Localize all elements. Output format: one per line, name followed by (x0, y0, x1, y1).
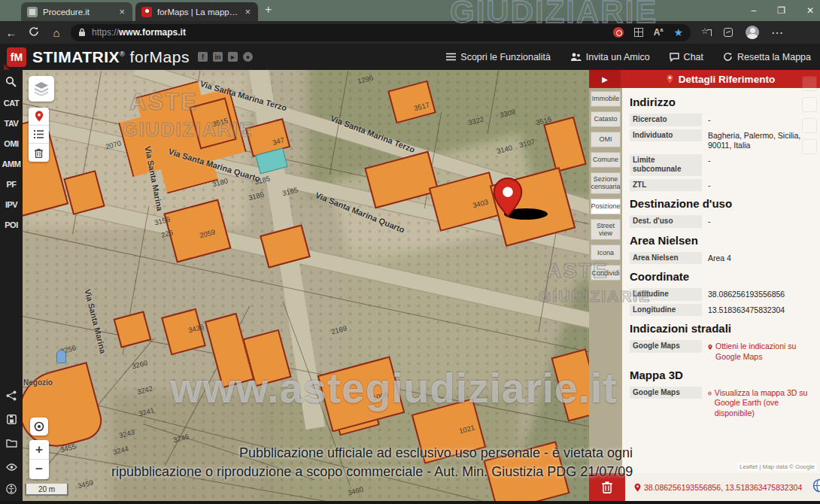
url-text: https://www.formaps.it (92, 27, 186, 38)
tab-close-icon[interactable]: × (117, 7, 126, 17)
folder-icon[interactable] (6, 437, 17, 451)
home-button[interactable]: ⌂ (45, 26, 68, 39)
panel-title: Dettagli Riferimento (621, 74, 820, 85)
pin-icon (708, 343, 712, 351)
panel-tab-sezione-censuaria[interactable]: Sezione censuaria (591, 172, 621, 194)
save-icon[interactable] (7, 414, 17, 427)
zoom-out-button[interactable]: − (29, 460, 49, 479)
menu-invita-amico[interactable]: Invita un Amico (570, 52, 650, 62)
sidebar-item-omi[interactable]: OMI (0, 133, 23, 153)
field-label: Latitudine (630, 288, 702, 301)
search-icon[interactable] (5, 76, 17, 90)
field-label: Google Maps (630, 340, 702, 353)
sidebar-item-tav[interactable]: TAV (0, 113, 23, 133)
google-earth-3d-link[interactable]: Visualizza la mappa 3D su Google Earth (… (702, 387, 812, 419)
field-label: Limite subcomunale (630, 154, 702, 176)
window-minimize-button[interactable]: – (751, 5, 756, 16)
address-bar[interactable]: https://www.formaps.it Aa ★ (71, 24, 691, 41)
facebook-icon[interactable]: f (198, 52, 208, 62)
sidebar-item-ipv[interactable]: IPV (0, 194, 23, 214)
panel-content: Indirizzo Ricercato- IndividuatoBagheria… (622, 88, 820, 474)
globe-icon (708, 390, 712, 397)
map-canvas[interactable]: Via Santa Marina TerzoVia Santa Marina T… (23, 70, 589, 501)
field-value: Area 4 (702, 252, 812, 264)
brand-title: STIMATRIX® forMaps (32, 48, 190, 66)
menu-resetta-mappa[interactable]: Resetta la Mappa (723, 52, 811, 62)
new-tab-button[interactable]: + (265, 3, 272, 17)
website-globe-icon[interactable]: ● (243, 52, 253, 62)
ghost-toolbar (802, 76, 817, 154)
panel-tab-comune[interactable]: Comune (591, 152, 621, 168)
sidebar-item-amm[interactable]: AMM (0, 153, 23, 174)
accessibility-icon[interactable] (6, 484, 17, 497)
menu-chat[interactable]: Chat (670, 52, 703, 62)
profile-avatar[interactable] (746, 26, 759, 39)
more-options-icon[interactable]: ··· (772, 27, 784, 38)
sidebar-item-pf[interactable]: PF (0, 174, 23, 194)
zoom-in-button[interactable]: + (29, 440, 49, 460)
panel-tab-omi[interactable]: OMI (591, 132, 621, 147)
field-label: Google Maps (630, 387, 702, 399)
section-title: Coordinate (630, 270, 812, 283)
back-button[interactable]: ← (0, 26, 23, 39)
panel-tab-street-view[interactable]: Street view (591, 219, 621, 241)
layers-button[interactable] (29, 76, 54, 102)
left-sidebar: CATTAVOMIAMMPFIPVPOI (0, 70, 23, 501)
window-maximize-button[interactable]: ❐ (777, 5, 785, 16)
procedure-favicon-icon (27, 7, 38, 17)
browser-essentials-icon[interactable] (724, 28, 733, 37)
formaps-header: fM STIMATRIX® forMaps f in ► ● Scopri le… (0, 44, 820, 70)
browser-tab-formaps[interactable]: forMaps | La mappa per navigar… × (135, 2, 258, 21)
field-label: ZTL (630, 179, 702, 192)
chat-bubble-icon (670, 53, 679, 62)
collections-icon[interactable] (701, 28, 711, 38)
browser-toolbar: ← ⌂ https://www.formaps.it Aa ★ ··· (0, 21, 820, 44)
share-icon[interactable] (6, 390, 17, 404)
grid-icon[interactable] (634, 28, 643, 37)
longitude-value: 13.518363475832304 (702, 304, 812, 316)
panel-tab-condividi[interactable]: Condividi (591, 265, 621, 281)
people-icon (570, 53, 582, 61)
panel-tab-catasto[interactable]: Catasto (591, 111, 621, 127)
field-value: Bagheria, Palermo, Sicilia, 90011, Itali… (702, 129, 812, 151)
refresh-button[interactable] (23, 26, 45, 39)
tab-title: forMaps | La mappa per navigar… (157, 8, 238, 17)
streetview-pegman-icon[interactable] (56, 350, 66, 363)
reference-marker-pin-icon[interactable] (491, 177, 524, 220)
panel-tab-icona[interactable]: Icona (591, 244, 621, 260)
layers-icon (33, 81, 50, 96)
details-panel: ▶ Dettagli Riferimento ImmobileCatastoOM… (589, 70, 820, 501)
menu-scopri-funzionalita[interactable]: Scopri le Funzionalità (446, 52, 551, 62)
list-tool-icon[interactable] (29, 126, 49, 144)
reset-icon (723, 52, 733, 62)
panel-collapse-button[interactable]: ▶ (589, 70, 621, 88)
window-close-button[interactable]: ✕ (806, 5, 814, 16)
favorite-star-icon[interactable]: ★ (673, 26, 683, 38)
delete-marker-button[interactable] (589, 473, 625, 501)
password-key-icon[interactable] (613, 27, 624, 38)
trash-tool-icon[interactable] (29, 144, 49, 162)
google-maps-directions-link[interactable]: Ottieni le indicazioni su Google Maps (702, 340, 812, 362)
youtube-icon[interactable]: ► (228, 52, 238, 62)
list-icon (446, 53, 456, 61)
sidebar-item-cat[interactable]: CAT (0, 93, 23, 113)
section-title: Indirizzo (630, 96, 812, 108)
language-globe-icon[interactable] (812, 478, 820, 496)
scale-bar: 20 m (25, 484, 68, 496)
read-aloud-icon[interactable]: Aa (654, 27, 664, 38)
panel-tab-posizione[interactable]: Posizione (591, 199, 621, 214)
pin-tool-icon[interactable] (29, 108, 49, 126)
place-label: Negozio (23, 378, 53, 387)
panel-tab-list: ImmobileCatastoOMIComuneSezione censuari… (589, 91, 622, 285)
sidebar-item-poi[interactable]: POI (0, 214, 23, 235)
panel-tab-immobile[interactable]: Immobile (591, 91, 621, 107)
field-value: - (702, 154, 812, 166)
formaps-logo[interactable]: fM (7, 47, 26, 67)
tab-close-icon[interactable]: × (243, 7, 252, 17)
locate-button[interactable] (30, 417, 48, 436)
browser-tab-procedure[interactable]: Procedure.it × (21, 2, 132, 21)
eye-icon[interactable] (6, 460, 17, 474)
locate-icon (33, 421, 45, 433)
pin-icon (666, 74, 674, 84)
linkedin-icon[interactable]: in (213, 52, 223, 62)
